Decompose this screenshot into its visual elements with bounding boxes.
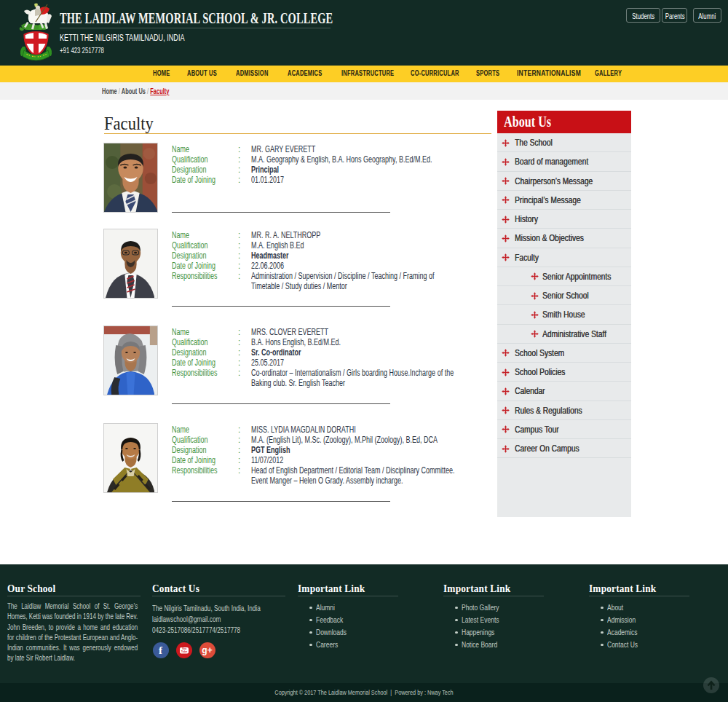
svg-text:Tube: Tube <box>181 650 186 653</box>
